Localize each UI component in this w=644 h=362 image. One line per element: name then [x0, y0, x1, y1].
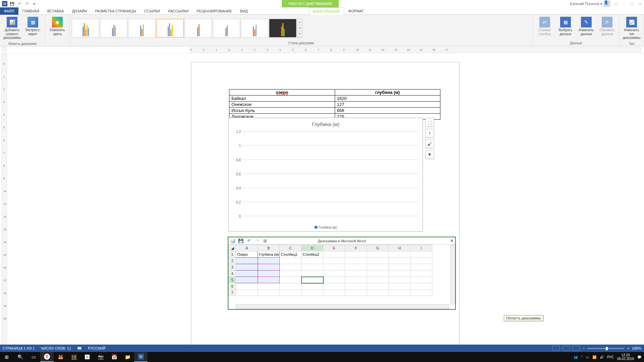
- col-header[interactable]: C: [280, 245, 302, 251]
- excel-data-panel[interactable]: 📊 💾 ↶ ↷ ⊞ Диаграмма в Microsoft Word ✕ ◢…: [228, 237, 456, 310]
- tab-review[interactable]: РЕЦЕНЗИРОВАНИЕ: [193, 7, 236, 15]
- add-chart-element-button[interactable]: 📊Добавить элемент диаграммы: [2, 15, 22, 41]
- tab-mailings[interactable]: РАССЫЛКИ: [164, 7, 193, 15]
- status-proofing-icon[interactable]: 📖: [77, 346, 82, 351]
- tab-insert[interactable]: ВСТАВКА: [43, 7, 68, 15]
- document-page[interactable]: озеро глубина (м) Байкал1620 Онежское127…: [191, 62, 460, 347]
- undo-button[interactable]: ↶: [16, 0, 23, 7]
- app-icon[interactable]: 🅰: [80, 352, 94, 362]
- tab-references[interactable]: ССЫЛКИ: [140, 7, 164, 15]
- zoom-in-button[interactable]: +: [627, 346, 629, 350]
- tray-notifications-icon[interactable]: 💬: [637, 355, 641, 359]
- minimize-button[interactable]: ─: [621, 1, 627, 6]
- chart-style-5[interactable]: [184, 19, 212, 38]
- help-button[interactable]: ?: [604, 1, 611, 6]
- zoom-out-button[interactable]: −: [583, 346, 585, 350]
- chart-legend[interactable]: Глубина (м): [229, 226, 423, 229]
- chart-style-7[interactable]: [241, 19, 268, 38]
- excel-grid[interactable]: ◢ A B C D E F G H I 1 Озеро Глубина (м): [228, 245, 455, 296]
- tab-view[interactable]: ВИД: [236, 7, 252, 15]
- firefox-icon[interactable]: 🦊: [54, 352, 67, 362]
- tray-clock[interactable]: 12:20 06.02.2018: [617, 353, 634, 361]
- ruler-horizontal[interactable]: ⌐ 32101234567891011121314151617: [0, 46, 644, 54]
- col-header[interactable]: A: [236, 245, 258, 251]
- active-cell[interactable]: [302, 277, 323, 283]
- tray-keyboard-layout[interactable]: РУС: [607, 355, 614, 359]
- tab-design[interactable]: ДИЗАЙН: [68, 7, 91, 15]
- edit-data-button[interactable]: ✎Изменить данные: [576, 15, 596, 37]
- col-header[interactable]: F: [345, 245, 367, 251]
- save-button[interactable]: 💾: [9, 0, 15, 7]
- chart-styles-button[interactable]: 🖌: [425, 139, 434, 148]
- tab-home[interactable]: ГЛАВНАЯ: [18, 7, 43, 15]
- chart-object[interactable]: Глубина (м) 0 0,2 0,4 0,6 0,8 1 1,2 Глуб…: [228, 118, 423, 232]
- excel-redo-button[interactable]: ↷: [254, 238, 260, 244]
- lake-data-table[interactable]: озеро глубина (м) Байкал1620 Онежское127…: [229, 89, 440, 120]
- col-header[interactable]: G: [367, 245, 389, 251]
- col-header[interactable]: B: [258, 245, 280, 251]
- redo-button[interactable]: ↷: [23, 0, 30, 7]
- chart-style-8[interactable]: [269, 19, 297, 38]
- yandex-browser-icon[interactable]: Y: [40, 352, 54, 362]
- tab-file[interactable]: ФАЙЛ: [0, 7, 18, 15]
- chart-style-3[interactable]: [128, 19, 156, 38]
- start-button[interactable]: ⊞: [0, 352, 13, 362]
- status-language[interactable]: РУССКИЙ: [88, 346, 105, 350]
- word-taskbar-icon[interactable]: W: [134, 352, 148, 362]
- select-all-corner[interactable]: ◢: [229, 245, 236, 251]
- app-icon[interactable]: 📷: [94, 352, 107, 362]
- col-header[interactable]: E: [323, 245, 345, 251]
- tab-chart-design[interactable]: КОНСТРУКТОР: [309, 7, 344, 15]
- view-web-button[interactable]: [573, 346, 580, 351]
- tab-selector[interactable]: ⌐: [2, 47, 7, 52]
- chart-filters-button[interactable]: ▼: [425, 150, 434, 159]
- task-view-button[interactable]: ▭: [27, 352, 40, 362]
- chart-plot-area[interactable]: 0 0,2 0,4 0,6 0,8 1 1,2: [242, 131, 419, 216]
- zoom-level[interactable]: 100%: [632, 346, 641, 350]
- excel-vertical-scrollbar[interactable]: [450, 245, 455, 304]
- change-colors-button[interactable]: ◉ Изменить цвета: [47, 15, 67, 37]
- excel-open-button[interactable]: ⊞: [262, 238, 268, 244]
- chart-title[interactable]: Глубина (м): [229, 118, 423, 130]
- tray-volume-icon[interactable]: 🔊: [600, 355, 604, 359]
- ribbon-options-button[interactable]: ▢: [612, 1, 619, 6]
- close-button[interactable]: ✕: [637, 1, 643, 6]
- calendar-icon[interactable]: 📅: [107, 352, 121, 362]
- col-header[interactable]: D: [302, 245, 323, 251]
- chart-style-6[interactable]: [213, 19, 240, 38]
- cell-c1[interactable]: Столбец1: [280, 251, 302, 258]
- view-print-button[interactable]: [562, 346, 570, 351]
- cell-d1[interactable]: Столбец2: [302, 251, 323, 258]
- tray-people-icon[interactable]: 👥: [574, 355, 578, 359]
- chart-layout-options-button[interactable]: ⬚: [425, 118, 434, 127]
- col-header[interactable]: I: [411, 245, 432, 251]
- status-page[interactable]: СТРАНИЦА 1 ИЗ 1: [3, 346, 35, 350]
- chart-style-4[interactable]: [156, 19, 184, 38]
- calculator-icon[interactable]: 🧮: [67, 352, 80, 362]
- status-word-count[interactable]: ЧИСЛО СЛОВ: 11: [41, 346, 71, 350]
- explorer-icon[interactable]: 📁: [121, 352, 134, 362]
- chart-style-2[interactable]: [100, 19, 127, 38]
- excel-close-button[interactable]: ✕: [450, 238, 454, 243]
- quick-layout-button[interactable]: ▦Экспресс-макет: [23, 15, 43, 37]
- tray-battery-icon[interactable]: ▭: [586, 355, 589, 359]
- search-button[interactable]: 🔍: [13, 352, 27, 362]
- tray-up-icon[interactable]: ˄: [581, 355, 583, 359]
- cell-b1[interactable]: Глубина (м): [258, 251, 280, 258]
- excel-horizontal-scrollbar[interactable]: [236, 304, 449, 309]
- excel-undo-button[interactable]: ↶: [246, 238, 252, 244]
- view-read-button[interactable]: [552, 346, 560, 351]
- maximize-button[interactable]: ▢: [629, 1, 635, 6]
- chart-elements-button[interactable]: ＋: [425, 129, 434, 137]
- tray-network-icon[interactable]: 📶: [592, 355, 596, 359]
- excel-save-button[interactable]: 💾: [238, 238, 244, 244]
- tab-page-layout[interactable]: РАЗМЕТКА СТРАНИЦЫ: [91, 7, 140, 15]
- ruler-vertical[interactable]: 01234567891011121314151617181920: [2, 54, 7, 347]
- change-chart-type-button[interactable]: 📈Изменить тип диаграммы: [622, 15, 642, 41]
- tab-chart-format[interactable]: ФОРМАТ: [344, 7, 368, 15]
- cell-a1[interactable]: Озеро: [236, 251, 258, 258]
- qat-customize[interactable]: ▾: [31, 0, 38, 7]
- style-gallery-scroll[interactable]: ▴▾▼: [297, 19, 303, 38]
- col-header[interactable]: H: [389, 245, 411, 251]
- select-data-button[interactable]: ▦Выбрать данные: [555, 15, 576, 37]
